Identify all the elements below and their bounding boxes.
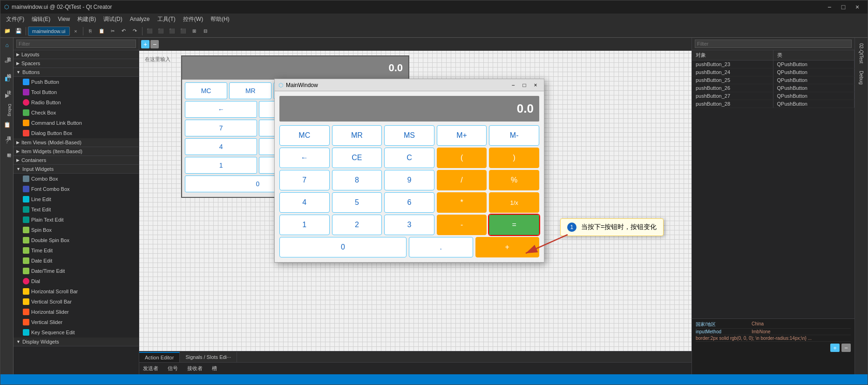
widget-date-edit[interactable]: Date Edit [14,256,139,266]
popup-inv[interactable]: 1/x [489,192,539,213]
toolbar-copy[interactable]: ⎘ [85,26,95,36]
popup-dot[interactable]: . [409,237,473,257]
popup-4[interactable]: 4 [279,192,330,213]
widget-double-spin[interactable]: Double Spin Box [14,235,139,245]
filter-input[interactable] [16,40,136,48]
popup-3[interactable]: 3 [384,215,434,235]
popup-maximize[interactable]: □ [520,81,529,89]
widget-radio-button[interactable]: Radio Button [14,97,139,108]
toolbar-undo[interactable]: ↶ [119,26,129,36]
btn-mr-d[interactable]: MR [229,82,271,99]
obj-row-3[interactable]: pushButton_26 QPushButton [692,84,854,92]
widget-vslider[interactable]: Vertical Slider [14,317,139,327]
minimize-btn[interactable]: − [823,2,836,12]
popup-ce[interactable]: CE [332,148,382,168]
popup-5[interactable]: 5 [332,192,382,213]
menu-build[interactable]: 构建(B) [74,14,100,25]
popup-7[interactable]: 7 [279,170,330,190]
maximize-btn[interactable]: □ [837,2,850,12]
widget-text-edit[interactable]: Text Edit [14,204,139,215]
popup-8[interactable]: 8 [332,170,382,190]
canvas[interactable]: 0.0 MC MR MS M+ M- ← [139,51,692,351]
sidebar-welcome[interactable]: ⌂ [1,40,13,51]
menu-controls[interactable]: 控件(W) [179,14,207,25]
widget-time-edit[interactable]: Time Edit [14,245,139,256]
widget-spin-box[interactable]: Spin Box [14,225,139,235]
btn-back-d[interactable]: ← [185,101,257,118]
widget-hscroll[interactable]: Horizontal Scroll Bar [14,286,139,297]
add-property-btn[interactable]: + [830,344,840,352]
widget-dial[interactable]: Dial [14,276,139,286]
widget-push-button[interactable]: Push Button [14,77,139,87]
popup-back[interactable]: ← [279,148,330,168]
popup-0[interactable]: 0 [279,237,407,257]
toolbar-save[interactable]: 💾 [14,26,24,36]
menu-help[interactable]: 帮助(H) [207,14,233,25]
btn-1-d[interactable]: 1 [185,157,257,174]
obj-row-0[interactable]: pushButton_23 QPushButton [692,61,854,68]
toolbar-grid[interactable]: ⊞ [189,26,199,36]
toolbar-align-bottom[interactable]: ⬛ [178,26,188,36]
btn-4-d[interactable]: 4 [185,138,257,155]
obj-row-4[interactable]: pushButton_27 QPushButton [692,92,854,100]
designer-remove[interactable]: − [150,40,159,48]
popup-lparen[interactable]: ( [437,148,487,168]
toolbar-redo[interactable]: ↷ [130,26,140,36]
file-tab[interactable]: mainwindow.ui [28,27,70,36]
popup-pct[interactable]: % [489,170,539,190]
popup-9[interactable]: 9 [384,170,434,190]
widget-font-combo[interactable]: Font Combo Box [14,184,139,194]
btn-mc-d[interactable]: MC [185,82,227,99]
right-filter-input[interactable] [695,40,852,48]
popup-ms[interactable]: MS [384,125,434,146]
popup-mc[interactable]: MC [279,125,330,146]
category-input-widgets[interactable]: ▼ Input Widgets [14,165,139,174]
close-btn[interactable]: × [851,2,864,12]
popup-c[interactable]: C [384,148,434,168]
popup-mminus[interactable]: M- [489,125,539,146]
toolbar-align-right[interactable]: ⬛ [156,26,166,36]
sidebar-edit[interactable]: ✏ [1,56,13,68]
widget-line-edit[interactable]: Line Edit [14,194,139,204]
btn-7-d[interactable]: 7 [185,120,257,136]
menu-edit[interactable]: 编辑(E) [28,14,54,25]
sidebar-help[interactable]: ? [1,136,13,147]
popup-minus[interactable]: - [437,215,487,235]
popup-mplus[interactable]: M+ [437,125,487,146]
toolbar-open[interactable]: 📁 [2,26,13,36]
popup-minimize[interactable]: − [509,81,518,89]
obj-row-1[interactable]: pushButton_24 QPushButton [692,68,854,76]
toolbar-paste[interactable]: 📋 [96,26,107,36]
popup-rparen[interactable]: ) [489,148,539,168]
menu-tools[interactable]: 工具(T) [154,14,179,25]
obj-row-2[interactable]: pushButton_25 QPushButton [692,76,854,84]
widget-datetime-edit[interactable]: Date/Time Edit [14,266,139,276]
widget-check-box[interactable]: Check Box [14,108,139,118]
menu-debug[interactable]: 调试(D) [100,14,126,25]
category-layouts[interactable]: ▶ Layouts [14,50,139,59]
category-spacers[interactable]: ▶ Spacers [14,59,139,68]
far-right-qttest[interactable]: 02-QtTest [858,40,865,67]
tab-close-btn[interactable]: × [71,26,81,36]
category-display[interactable]: ▼ Display Widgets [14,338,139,346]
toolbar-cut[interactable]: ✂ [108,26,118,36]
sidebar-design[interactable]: ◧ [1,73,13,84]
popup-close[interactable]: × [531,81,540,89]
widget-key-seq[interactable]: Key Sequence Edit [14,327,139,338]
category-itemviews[interactable]: ▶ Item Views (Model-Based) [14,138,139,147]
category-containers[interactable]: ▶ Containers [14,156,139,165]
popup-2[interactable]: 2 [332,215,382,235]
popup-1[interactable]: 1 [279,215,330,235]
popup-6[interactable]: 6 [384,192,434,213]
widget-vscroll[interactable]: Vertical Scroll Bar [14,297,139,307]
menu-view[interactable]: View [54,14,74,25]
popup-mul[interactable]: * [437,192,487,213]
widget-combo-box[interactable]: Combo Box [14,174,139,184]
tab-action-editor[interactable]: Action Editor [139,352,180,362]
widget-tool-button[interactable]: Tool Button [14,87,139,97]
menu-file[interactable]: 文件(F) [2,14,28,25]
widget-dialog-btn[interactable]: Dialog Button Box [14,128,139,138]
popup-mr[interactable]: MR [332,125,382,146]
toolbar-align-top[interactable]: ⬛ [167,26,177,36]
category-buttons[interactable]: ▼ Buttons [14,68,139,77]
